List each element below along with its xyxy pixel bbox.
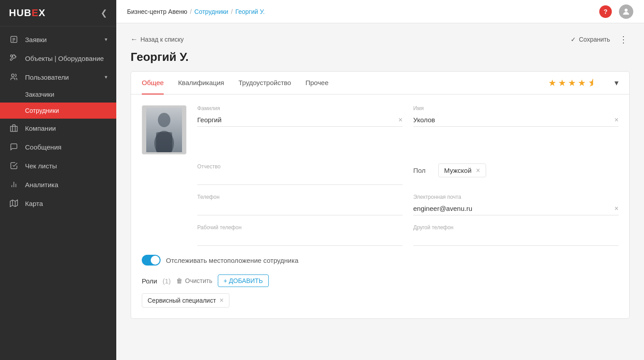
phone-field: Телефон <box>197 194 402 215</box>
wrench-icon <box>9 54 19 62</box>
sidebar-item-label: Объекты | Оборудование <box>25 55 104 62</box>
tab-trudoustroystvo[interactable]: Трудоустройство <box>238 72 291 94</box>
sidebar-item-kompanii[interactable]: Компании <box>0 119 116 137</box>
save-button-label: Сохранить <box>579 36 610 43</box>
topbar-actions: ? <box>599 4 633 19</box>
tracking-toggle[interactable] <box>142 255 161 266</box>
sidebar-collapse-button[interactable]: ❮ <box>101 8 107 18</box>
tabs-chevron-icon[interactable]: ▾ <box>614 78 619 88</box>
form-body: Фамилия × Имя × <box>131 94 629 318</box>
tracking-toggle-row: Отслеживать местоположение сотрудника <box>142 255 619 266</box>
zayavki-icon <box>9 35 19 43</box>
employee-photo[interactable] <box>142 105 186 154</box>
topbar: Бизнес-центр Авеню / Сотрудники / Георги… <box>116 0 644 23</box>
map-icon <box>9 199 19 207</box>
work-phone-field: Рабочий телефон <box>197 224 402 246</box>
breadcrumb-part3: Георгий У. <box>235 8 265 15</box>
last-name-clear-button[interactable]: × <box>398 116 402 124</box>
svg-rect-6 <box>11 126 17 131</box>
gender-clear-button[interactable]: × <box>476 167 480 174</box>
photo-area <box>142 105 186 154</box>
sidebar-item-zakazchiki[interactable]: Заказчики <box>0 86 116 103</box>
work-phone-input-wrap <box>197 232 402 246</box>
sidebar-item-polzovateli[interactable]: Пользователи ▾ <box>0 68 116 86</box>
last-name-label: Фамилия <box>197 105 402 111</box>
breadcrumb: Бизнес-центр Авеню / Сотрудники / Георги… <box>127 8 265 15</box>
role-tag-remove-button[interactable]: × <box>220 296 224 304</box>
breadcrumb-part2: Сотрудники <box>195 8 229 15</box>
sidebar-item-label: Пользователи <box>25 73 69 81</box>
sidebar-item-label: Компании <box>25 124 56 132</box>
help-icon: ? <box>604 8 608 15</box>
svg-point-4 <box>11 55 13 57</box>
roles-header-row: Роли (1) 🗑 Очистить + ДОБАВИТЬ <box>142 274 619 287</box>
roles-add-button[interactable]: + ДОБАВИТЬ <box>218 274 269 287</box>
page-header: ← Назад к списку ✓ Сохранить ⋮ <box>131 34 630 45</box>
toggle-knob <box>151 256 160 265</box>
last-name-field: Фамилия × <box>197 105 402 127</box>
first-name-input[interactable] <box>413 113 619 127</box>
company-icon <box>9 124 19 132</box>
phone-input[interactable] <box>197 202 402 215</box>
sidebar-item-oborudovanie[interactable]: Объекты | Оборудование <box>0 49 116 68</box>
trash-icon: 🗑 <box>176 277 182 284</box>
tab-obshchee[interactable]: Общее <box>142 72 164 94</box>
last-name-input[interactable] <box>197 113 402 127</box>
breadcrumb-sep1: / <box>190 8 192 15</box>
gender-row: Пол Мужской × <box>413 163 619 177</box>
save-button[interactable]: ✓ Сохранить <box>571 36 610 43</box>
analytics-icon <box>9 180 19 189</box>
tabs-bar: Общее Квалификация Трудоустройство Проче… <box>131 72 629 94</box>
star-5-half: ⯨ <box>588 78 597 88</box>
star-3: ★ <box>568 77 576 88</box>
patronymic-input-wrap <box>197 171 402 185</box>
form-row-name: Фамилия × Имя × <box>142 105 619 154</box>
tab-kvalifikaciya[interactable]: Квалификация <box>178 72 224 94</box>
sidebar-item-cheklisti[interactable]: Чек листы <box>0 156 116 175</box>
roles-count: (1) <box>163 277 171 285</box>
sidebar-nav: Заявки ▾ Объекты | Оборудование Пользова… <box>0 26 116 360</box>
sidebar-item-karta[interactable]: Карта <box>0 194 116 213</box>
roles-clear-button[interactable]: 🗑 Очистить <box>176 277 212 284</box>
work-phone-input[interactable] <box>197 232 402 246</box>
sidebar-item-label: Карта <box>25 200 43 207</box>
first-name-input-wrap: × <box>413 113 619 127</box>
sidebar-item-analitika[interactable]: Аналитика <box>0 175 116 194</box>
patronymic-field: Отчество <box>197 163 402 185</box>
patronymic-input[interactable] <box>197 171 402 185</box>
sidebar-item-sotrudniki[interactable]: Сотрудники <box>0 103 116 119</box>
star-1: ★ <box>548 77 556 88</box>
other-phone-input[interactable] <box>413 232 619 246</box>
help-button[interactable]: ? <box>599 5 612 18</box>
sidebar-logo-area: HUBEX ❮ <box>0 0 116 26</box>
email-input[interactable] <box>413 202 619 215</box>
breadcrumb-sep2: / <box>231 8 233 15</box>
more-options-button[interactable]: ⋮ <box>617 34 630 45</box>
sidebar-item-label: Аналитика <box>25 181 58 189</box>
sidebar-item-soobscheniya[interactable]: Сообщения <box>0 137 116 156</box>
first-name-field: Имя × <box>413 105 619 127</box>
email-clear-button[interactable]: × <box>614 205 619 212</box>
first-name-clear-button[interactable]: × <box>614 116 619 124</box>
sidebar-item-label: Заявки <box>25 36 47 43</box>
email-input-wrap: × <box>413 202 619 215</box>
logo: HUBEX <box>9 7 46 19</box>
sidebar-item-label: Чек листы <box>25 162 57 170</box>
patronymic-label: Отчество <box>197 163 402 170</box>
back-arrow-icon: ← <box>131 35 138 43</box>
check-icon: ✓ <box>571 36 576 43</box>
messages-icon <box>9 143 19 151</box>
role-tag: Сервисный специалист × <box>142 293 229 308</box>
phone-label: Телефон <box>197 194 402 200</box>
back-button[interactable]: ← Назад к списку <box>131 35 184 43</box>
svg-point-16 <box>158 113 170 127</box>
other-phone-label: Другой телефон <box>413 224 619 231</box>
chevron-down-icon: ▾ <box>105 74 107 80</box>
star-2: ★ <box>558 77 566 88</box>
tab-prochee[interactable]: Прочее <box>305 72 329 94</box>
user-avatar[interactable] <box>619 4 633 19</box>
rating-stars: ★ ★ ★ ★ ⯨ <box>548 77 597 88</box>
sidebar-item-zayavki[interactable]: Заявки ▾ <box>0 30 116 49</box>
other-phone-input-wrap <box>413 232 619 246</box>
employee-card: Общее Квалификация Трудоустройство Проче… <box>131 71 630 319</box>
